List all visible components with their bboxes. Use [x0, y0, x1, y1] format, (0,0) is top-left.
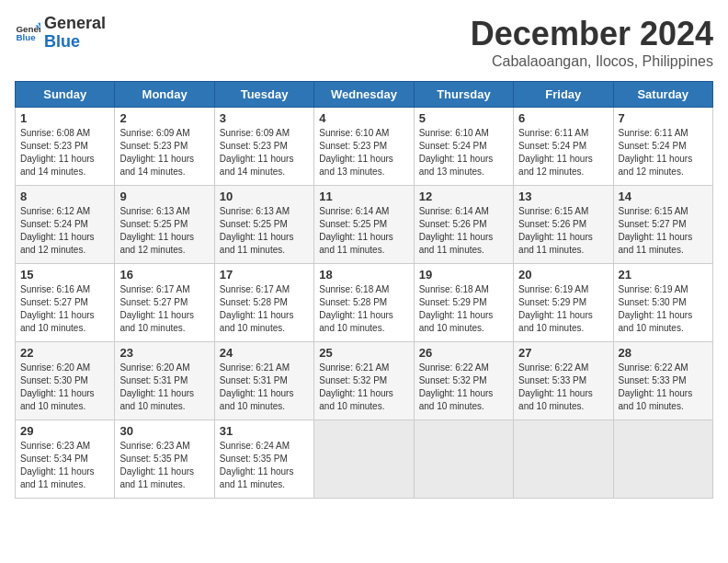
header-row: SundayMondayTuesdayWednesdayThursdayFrid…	[16, 82, 713, 108]
calendar-cell: 7 Sunrise: 6:11 AM Sunset: 5:24 PM Dayli…	[613, 108, 712, 186]
calendar-cell: 3 Sunrise: 6:09 AM Sunset: 5:23 PM Dayli…	[214, 108, 313, 186]
day-number: 28	[619, 346, 708, 360]
calendar-cell: 28 Sunrise: 6:22 AM Sunset: 5:33 PM Dayl…	[613, 342, 712, 420]
calendar-cell	[514, 420, 613, 499]
calendar-cell: 13 Sunrise: 6:15 AM Sunset: 5:26 PM Dayl…	[514, 186, 613, 264]
day-info: Sunrise: 6:13 AM Sunset: 5:25 PM Dayligh…	[119, 205, 209, 257]
calendar-cell: 31 Sunrise: 6:24 AM Sunset: 5:35 PM Dayl…	[214, 420, 313, 499]
day-number: 27	[518, 346, 608, 360]
day-info: Sunrise: 6:21 AM Sunset: 5:32 PM Dayligh…	[319, 362, 408, 413]
day-info: Sunrise: 6:19 AM Sunset: 5:30 PM Dayligh…	[619, 283, 708, 335]
week-row-4: 22 Sunrise: 6:20 AM Sunset: 5:30 PM Dayl…	[16, 342, 713, 420]
day-info: Sunrise: 6:17 AM Sunset: 5:28 PM Dayligh…	[220, 283, 309, 335]
day-info: Sunrise: 6:15 AM Sunset: 5:27 PM Dayligh…	[619, 205, 708, 257]
day-info: Sunrise: 6:08 AM Sunset: 5:23 PM Dayligh…	[20, 127, 109, 178]
day-info: Sunrise: 6:18 AM Sunset: 5:28 PM Dayligh…	[319, 283, 408, 335]
day-number: 7	[619, 111, 708, 125]
calendar-table: SundayMondayTuesdayWednesdayThursdayFrid…	[15, 81, 713, 499]
day-number: 5	[419, 111, 508, 125]
calendar-cell: 9 Sunrise: 6:13 AM Sunset: 5:25 PM Dayli…	[115, 186, 214, 264]
day-info: Sunrise: 6:24 AM Sunset: 5:35 PM Dayligh…	[220, 440, 309, 491]
week-row-5: 29 Sunrise: 6:23 AM Sunset: 5:34 PM Dayl…	[16, 420, 713, 499]
logo-general: General	[44, 15, 106, 33]
header: General Blue General Blue December 2024 …	[15, 15, 713, 70]
day-number: 31	[220, 424, 309, 438]
day-info: Sunrise: 6:19 AM Sunset: 5:29 PM Dayligh…	[518, 283, 608, 335]
day-info: Sunrise: 6:12 AM Sunset: 5:24 PM Dayligh…	[20, 205, 109, 257]
day-info: Sunrise: 6:13 AM Sunset: 5:25 PM Dayligh…	[220, 205, 309, 257]
day-info: Sunrise: 6:10 AM Sunset: 5:24 PM Dayligh…	[419, 127, 508, 178]
day-info: Sunrise: 6:20 AM Sunset: 5:30 PM Dayligh…	[20, 362, 109, 413]
calendar-cell: 6 Sunrise: 6:11 AM Sunset: 5:24 PM Dayli…	[514, 108, 613, 186]
calendar-cell: 10 Sunrise: 6:13 AM Sunset: 5:25 PM Dayl…	[214, 186, 313, 264]
day-info: Sunrise: 6:09 AM Sunset: 5:23 PM Dayligh…	[220, 127, 309, 178]
col-header-thursday: Thursday	[414, 82, 513, 108]
day-number: 15	[20, 268, 109, 282]
day-number: 11	[319, 190, 408, 203]
day-number: 8	[20, 190, 109, 203]
calendar-cell: 5 Sunrise: 6:10 AM Sunset: 5:24 PM Dayli…	[414, 108, 513, 186]
day-number: 3	[220, 111, 309, 125]
calendar-cell	[314, 420, 414, 499]
calendar-cell: 25 Sunrise: 6:21 AM Sunset: 5:32 PM Dayl…	[314, 342, 414, 420]
logo: General Blue General Blue	[15, 15, 106, 52]
calendar-cell: 15 Sunrise: 6:16 AM Sunset: 5:27 PM Dayl…	[16, 264, 115, 342]
day-number: 24	[220, 346, 309, 360]
week-row-2: 8 Sunrise: 6:12 AM Sunset: 5:24 PM Dayli…	[16, 186, 713, 264]
day-number: 18	[319, 268, 408, 282]
day-info: Sunrise: 6:15 AM Sunset: 5:26 PM Dayligh…	[518, 205, 608, 257]
day-info: Sunrise: 6:23 AM Sunset: 5:34 PM Dayligh…	[20, 440, 109, 491]
day-info: Sunrise: 6:22 AM Sunset: 5:33 PM Dayligh…	[619, 362, 708, 413]
logo-icon: General Blue	[15, 20, 40, 46]
day-info: Sunrise: 6:16 AM Sunset: 5:27 PM Dayligh…	[20, 283, 109, 335]
day-number: 1	[20, 111, 109, 125]
day-number: 14	[619, 190, 708, 203]
day-info: Sunrise: 6:10 AM Sunset: 5:23 PM Dayligh…	[319, 127, 408, 178]
calendar-cell: 16 Sunrise: 6:17 AM Sunset: 5:27 PM Dayl…	[115, 264, 214, 342]
week-row-1: 1 Sunrise: 6:08 AM Sunset: 5:23 PM Dayli…	[16, 108, 713, 186]
day-number: 10	[220, 190, 309, 203]
day-info: Sunrise: 6:23 AM Sunset: 5:35 PM Dayligh…	[119, 440, 209, 491]
day-number: 23	[119, 346, 209, 360]
day-info: Sunrise: 6:14 AM Sunset: 5:25 PM Dayligh…	[319, 205, 408, 257]
day-number: 19	[419, 268, 508, 282]
day-number: 12	[419, 190, 508, 203]
calendar-cell: 2 Sunrise: 6:09 AM Sunset: 5:23 PM Dayli…	[115, 108, 214, 186]
day-number: 25	[319, 346, 408, 360]
day-info: Sunrise: 6:09 AM Sunset: 5:23 PM Dayligh…	[119, 127, 209, 178]
calendar-cell: 29 Sunrise: 6:23 AM Sunset: 5:34 PM Dayl…	[16, 420, 115, 499]
calendar-cell: 8 Sunrise: 6:12 AM Sunset: 5:24 PM Dayli…	[16, 186, 115, 264]
calendar-cell: 11 Sunrise: 6:14 AM Sunset: 5:25 PM Dayl…	[314, 186, 414, 264]
day-info: Sunrise: 6:11 AM Sunset: 5:24 PM Dayligh…	[518, 127, 608, 178]
calendar-cell: 21 Sunrise: 6:19 AM Sunset: 5:30 PM Dayl…	[613, 264, 712, 342]
day-info: Sunrise: 6:21 AM Sunset: 5:31 PM Dayligh…	[220, 362, 309, 413]
calendar-cell: 18 Sunrise: 6:18 AM Sunset: 5:28 PM Dayl…	[314, 264, 414, 342]
title-area: December 2024 Cabalaoangan, Ilocos, Phil…	[471, 15, 713, 70]
logo-blue: Blue	[44, 33, 106, 52]
day-number: 6	[518, 111, 608, 125]
col-header-wednesday: Wednesday	[314, 82, 414, 108]
day-number: 4	[319, 111, 408, 125]
day-info: Sunrise: 6:22 AM Sunset: 5:33 PM Dayligh…	[518, 362, 608, 413]
day-info: Sunrise: 6:14 AM Sunset: 5:26 PM Dayligh…	[419, 205, 508, 257]
calendar-cell: 1 Sunrise: 6:08 AM Sunset: 5:23 PM Dayli…	[16, 108, 115, 186]
calendar-cell: 12 Sunrise: 6:14 AM Sunset: 5:26 PM Dayl…	[414, 186, 513, 264]
col-header-sunday: Sunday	[16, 82, 115, 108]
calendar-cell: 30 Sunrise: 6:23 AM Sunset: 5:35 PM Dayl…	[115, 420, 214, 499]
calendar-cell	[414, 420, 513, 499]
location-title: Cabalaoangan, Ilocos, Philippines	[471, 53, 713, 70]
day-number: 2	[119, 111, 209, 125]
day-number: 20	[518, 268, 608, 282]
calendar-cell: 26 Sunrise: 6:22 AM Sunset: 5:32 PM Dayl…	[414, 342, 513, 420]
calendar-cell	[613, 420, 712, 499]
calendar-cell: 22 Sunrise: 6:20 AM Sunset: 5:30 PM Dayl…	[16, 342, 115, 420]
day-number: 22	[20, 346, 109, 360]
day-info: Sunrise: 6:22 AM Sunset: 5:32 PM Dayligh…	[419, 362, 508, 413]
day-number: 21	[619, 268, 708, 282]
col-header-friday: Friday	[514, 82, 613, 108]
day-number: 9	[119, 190, 209, 203]
calendar-cell: 14 Sunrise: 6:15 AM Sunset: 5:27 PM Dayl…	[613, 186, 712, 264]
calendar-cell: 19 Sunrise: 6:18 AM Sunset: 5:29 PM Dayl…	[414, 264, 513, 342]
day-number: 17	[220, 268, 309, 282]
day-info: Sunrise: 6:20 AM Sunset: 5:31 PM Dayligh…	[119, 362, 209, 413]
